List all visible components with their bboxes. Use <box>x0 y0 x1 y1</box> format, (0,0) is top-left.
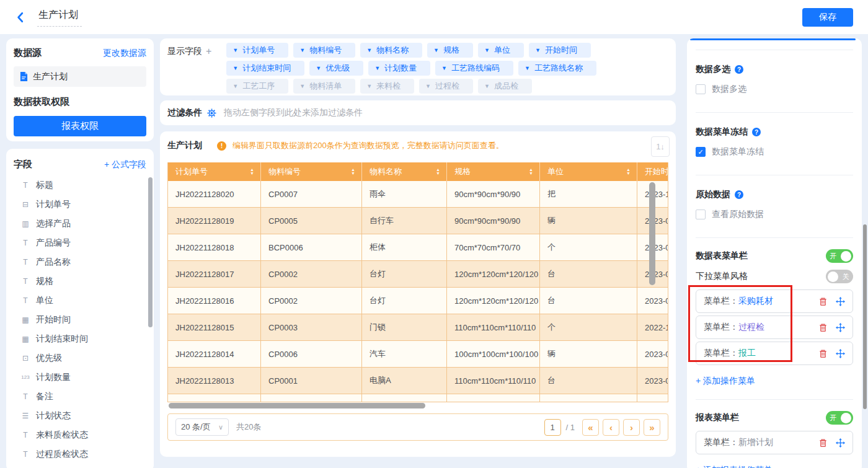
sort-icon[interactable]: ▲▼ <box>529 168 533 175</box>
field-item[interactable]: 123 计划数量 <box>14 368 146 387</box>
multi-select-checkbox[interactable] <box>696 84 706 94</box>
sort-icon[interactable]: ▲▼ <box>436 168 440 175</box>
table-row[interactable]: JH20221128015CP0003门锁110cm*110cm*110/110… <box>168 314 668 341</box>
page-number-input[interactable]: 1 <box>544 419 561 436</box>
sort-tool-button[interactable]: 1↓ <box>651 136 670 157</box>
table-row[interactable]: JH20221128012CP0005自行车90cm*90cm*90/90辆20… <box>168 394 668 402</box>
chevron-down-icon: ▼ <box>433 47 439 53</box>
table-column-header[interactable]: 开始时间 ▲▼ <box>637 162 668 181</box>
table-column-header[interactable]: 物料名称 ▲▼ <box>362 162 447 181</box>
display-field-chip[interactable]: ▼ 计划数量 <box>368 61 430 76</box>
chevron-down-icon: ▼ <box>232 83 238 89</box>
help-icon[interactable]: ? <box>752 128 761 136</box>
table-column-header[interactable]: 物料编号 ▲▼ <box>261 162 362 181</box>
display-field-chip[interactable]: ▼ 计划结束时间 <box>226 61 304 76</box>
menu-bar-item-link[interactable]: 过程检 <box>738 322 764 333</box>
table-horizontal-scrollbar[interactable] <box>169 403 425 408</box>
display-field-chip[interactable]: ▼ 工艺路线编码 <box>435 61 513 76</box>
menu-bar-item-link[interactable]: 报工 <box>738 348 756 359</box>
trash-icon[interactable] <box>818 349 828 358</box>
raw-data-option[interactable]: 查看原始数据 <box>696 209 853 220</box>
table-column-header[interactable]: 规格 ▲▼ <box>447 162 540 181</box>
display-field-chip[interactable]: ▼ 计划单号 <box>226 43 288 58</box>
move-icon[interactable] <box>836 349 845 358</box>
move-icon[interactable] <box>836 323 845 332</box>
display-field-chip[interactable]: ▼ 过程检 <box>419 79 473 94</box>
display-field-chip[interactable]: ▼ 工艺路线名称 <box>518 61 596 76</box>
raw-data-checkbox[interactable] <box>696 210 706 219</box>
multi-select-option[interactable]: 数据多选 <box>696 84 853 95</box>
change-datasource-link[interactable]: 更改数据源 <box>103 48 146 59</box>
add-display-field-button[interactable]: + <box>206 46 211 57</box>
table-row[interactable]: JH20221128020CP0007雨伞90cm*90cm*90/90把202… <box>168 181 668 208</box>
table-row[interactable]: JH20221128017CP0002台灯120cm*120cm*120/120… <box>168 261 668 288</box>
move-icon[interactable] <box>836 438 845 448</box>
save-button[interactable]: 保存 <box>802 8 853 27</box>
table-column-header[interactable]: 单位 ▲▼ <box>540 162 637 181</box>
field-item[interactable]: T 产品编号 <box>14 233 146 252</box>
display-field-chip[interactable]: ▼ 物料编号 <box>293 43 355 58</box>
display-field-chip[interactable]: ▼ 来料检 <box>360 79 414 94</box>
chevron-down-icon: ∨ <box>218 423 223 431</box>
report-permission-button[interactable]: 报表权限 <box>14 116 146 136</box>
table-panel: 生产计划 ! 编辑界面只取数据源前200条作为查询数据预览，完整数据请访问页面查… <box>160 131 676 457</box>
field-item[interactable]: ☰ 计划状态 <box>14 406 146 425</box>
field-item[interactable]: ▦ 计划结束时间 <box>14 329 146 348</box>
trash-icon[interactable] <box>818 297 828 306</box>
back-icon[interactable] <box>15 11 29 24</box>
last-page-button[interactable]: » <box>644 419 660 436</box>
field-item[interactable]: T 过程质检状态 <box>14 444 146 464</box>
field-item[interactable]: ⊡ 优先级 <box>14 348 146 368</box>
table-row[interactable]: JH20221128019CP0005自行车90cm*90cm*90/90辆20… <box>168 208 668 234</box>
display-field-chip[interactable]: ▼ 单位 <box>478 43 524 58</box>
display-field-chip[interactable]: ▼ 规格 <box>427 43 473 58</box>
first-page-button[interactable]: « <box>582 419 599 436</box>
sort-icon[interactable]: ▲▼ <box>250 168 254 175</box>
sort-icon[interactable]: ▲▼ <box>626 168 631 175</box>
menu-bar-item-link[interactable]: 采购耗材 <box>738 296 773 307</box>
next-page-button[interactable]: › <box>623 419 640 436</box>
display-field-chip[interactable]: ▼ 优先级 <box>309 61 363 76</box>
freeze-option[interactable]: ✓ 数据菜单冻结 <box>696 146 853 157</box>
sort-icon[interactable]: ▲▼ <box>351 168 355 175</box>
table-column-header[interactable]: 计划单号 ▲▼ <box>168 162 261 181</box>
report-menu-toggle[interactable]: 开 <box>826 411 853 425</box>
display-field-chip[interactable]: ▼ 物料清单 <box>293 79 355 94</box>
page-size-select[interactable]: 20 条/页 ∨ <box>175 418 229 436</box>
table-menu-toggle[interactable]: 开 <box>826 249 853 263</box>
field-item[interactable]: ⊟ 计划单号 <box>14 195 146 214</box>
prev-page-button[interactable]: ‹ <box>603 419 619 436</box>
table-row[interactable]: JH20221128018BCP0006柜体70cm*70cm*70/70个20… <box>168 234 668 261</box>
trash-icon[interactable] <box>818 323 828 332</box>
display-field-chip[interactable]: ▼ 成品检 <box>478 79 532 94</box>
help-icon[interactable]: ? <box>735 65 743 74</box>
help-icon[interactable]: ? <box>735 190 743 199</box>
field-item[interactable]: T 备注 <box>14 387 146 406</box>
dropdown-style-toggle[interactable]: 关 <box>826 270 853 283</box>
add-report-menu-link[interactable]: + 添加报表操作菜单 <box>696 465 773 468</box>
display-field-chip[interactable]: ▼ 工艺工序 <box>226 79 288 94</box>
table-row[interactable]: JH20221128013CP0001电脑A110cm*110cm*110/11… <box>168 368 668 394</box>
table-row[interactable]: JH20221128014CP0006汽车100cm*100cm*100/100… <box>168 341 668 368</box>
add-action-menu-link[interactable]: + 添加操作菜单 <box>696 376 755 387</box>
field-item[interactable]: T 标题 <box>14 175 146 195</box>
formula-field-link[interactable]: + 公式字段 <box>104 159 146 170</box>
gear-icon[interactable] <box>207 108 216 118</box>
freeze-checkbox[interactable]: ✓ <box>696 147 706 157</box>
field-item[interactable]: ▥ 选择产品 <box>14 214 146 233</box>
display-field-chip[interactable]: ▼ 开始时间 <box>529 43 591 58</box>
settings-scrollbar[interactable] <box>863 224 867 409</box>
move-icon[interactable] <box>836 297 845 306</box>
field-item[interactable]: T 单位 <box>14 291 146 310</box>
fields-scrollbar[interactable] <box>148 177 153 327</box>
field-item[interactable]: T 规格 <box>14 272 146 291</box>
field-item[interactable]: T 来料质检状态 <box>14 425 146 444</box>
trash-icon[interactable] <box>818 438 828 448</box>
datasource-item[interactable]: 生产计划 <box>14 66 146 87</box>
table-row[interactable]: JH20221128016CP0002台灯120cm*120cm*120/120… <box>168 288 668 314</box>
menu-bar-item-link[interactable]: 新增计划 <box>738 437 773 448</box>
display-field-chip[interactable]: ▼ 物料名称 <box>360 43 422 58</box>
field-item[interactable]: ▦ 开始时间 <box>14 310 146 329</box>
table-vertical-scrollbar[interactable] <box>649 182 655 285</box>
field-item[interactable]: T 产品名称 <box>14 252 146 272</box>
